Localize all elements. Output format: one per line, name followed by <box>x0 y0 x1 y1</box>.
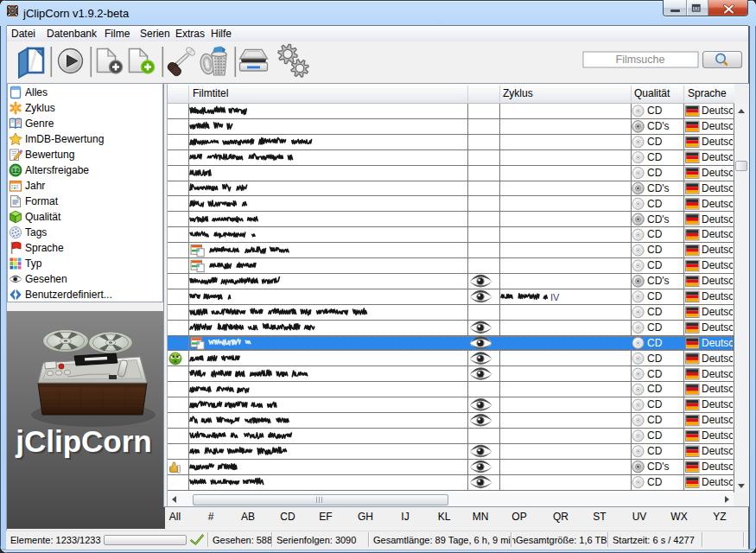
svg-text:Filmsuche: Filmsuche <box>616 54 665 66</box>
svg-text:12: 12 <box>12 167 19 175</box>
svg-text:jClipCorn: jClipCorn <box>15 424 151 458</box>
